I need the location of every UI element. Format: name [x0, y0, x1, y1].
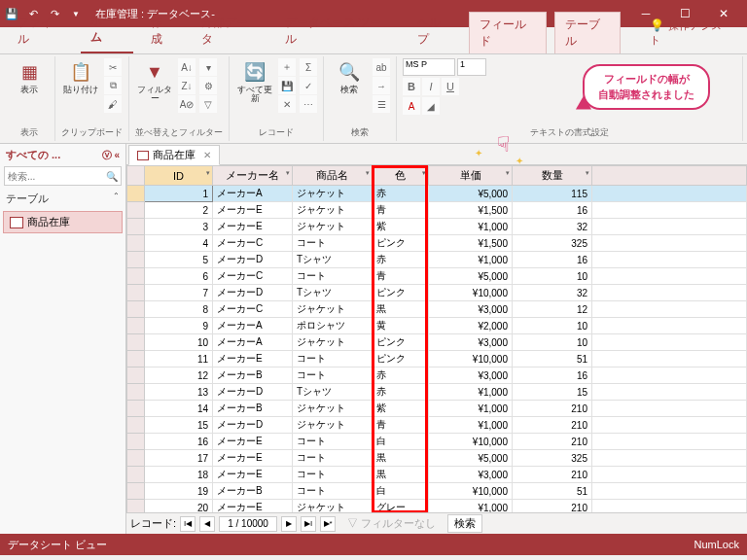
font-name-combo[interactable]: MS P — [403, 58, 455, 76]
font-color-icon[interactable]: A — [403, 97, 420, 115]
cell-maker[interactable]: メーカーA — [213, 186, 293, 202]
cell-product[interactable]: ジャケット — [293, 202, 373, 219]
table-row[interactable]: 3メーカーEジャケット紫¥1,00032 — [127, 219, 747, 235]
cell-id[interactable]: 9 — [145, 318, 213, 334]
cell-product[interactable]: ポロシャツ — [293, 318, 373, 334]
row-selector[interactable] — [127, 219, 145, 235]
col-price[interactable]: 単価▾ — [429, 166, 513, 186]
table-row[interactable]: 19メーカーBコート白¥10,00051 — [127, 483, 747, 500]
cell-id[interactable]: 2 — [145, 202, 213, 219]
cell-qty[interactable]: 210 — [513, 417, 592, 434]
datasheet-grid[interactable]: ID▾ メーカー名▾ 商品名▾ 色▾ 単価▾ 数量▾ 1メーカーAジャケット赤¥… — [126, 165, 747, 512]
cell-id[interactable]: 4 — [145, 235, 213, 252]
cell-price[interactable]: ¥3,000 — [429, 368, 513, 384]
cell-maker[interactable]: メーカーD — [213, 384, 293, 401]
cell-price[interactable]: ¥1,500 — [429, 202, 513, 219]
tab-help[interactable]: ヘルプ — [408, 9, 461, 53]
view-button[interactable]: ▦表示 — [10, 58, 49, 96]
nav-category[interactable]: テーブル⌃ — [2, 188, 124, 210]
row-selector[interactable] — [127, 368, 145, 384]
cell-maker[interactable]: メーカーC — [213, 268, 293, 285]
first-record-button[interactable]: I◀ — [180, 516, 196, 532]
paste-button[interactable]: 📋貼り付け — [61, 58, 100, 96]
cell-price[interactable]: ¥10,000 — [429, 434, 513, 450]
col-color[interactable]: 色▾ — [373, 166, 429, 186]
cell-product[interactable]: コート — [293, 368, 373, 384]
cell-id[interactable]: 11 — [145, 351, 213, 368]
table-row[interactable]: 2メーカーEジャケット青¥1,50016 — [127, 202, 747, 219]
cell-price[interactable]: ¥3,000 — [429, 301, 513, 318]
cell-price[interactable]: ¥10,000 — [429, 351, 513, 368]
new-record-icon[interactable]: ＋ — [278, 58, 296, 76]
cell-id[interactable]: 15 — [145, 417, 213, 434]
cell-color[interactable]: 赤 — [373, 252, 429, 268]
cell-maker[interactable]: メーカーD — [213, 285, 293, 301]
cell-id[interactable]: 5 — [145, 252, 213, 268]
cell-id[interactable]: 14 — [145, 401, 213, 417]
underline-button[interactable]: U — [442, 78, 459, 95]
sort-desc-icon[interactable]: Z↓ — [178, 77, 196, 94]
spelling-icon[interactable]: ✓ — [300, 77, 317, 94]
table-row[interactable]: 15メーカーDジャケット青¥1,000210 — [127, 417, 747, 434]
row-selector[interactable] — [127, 301, 145, 318]
toggle-filter-icon[interactable]: ▽ — [199, 95, 217, 113]
table-row[interactable]: 14メーカーBジャケット紫¥1,000210 — [127, 401, 747, 417]
filter-button[interactable]: ▼フィルター — [135, 58, 174, 105]
tab-dbtools[interactable]: データベース ツール — [275, 9, 400, 53]
cell-id[interactable]: 16 — [145, 434, 213, 450]
tab-home[interactable]: ホーム — [81, 7, 134, 53]
cell-qty[interactable]: 32 — [513, 219, 592, 235]
tellme[interactable]: 💡 操作アシスト — [640, 13, 739, 53]
cell-maker[interactable]: メーカーB — [213, 401, 293, 417]
cell-price[interactable]: ¥1,000 — [429, 252, 513, 268]
record-position[interactable] — [219, 516, 277, 532]
cell-qty[interactable]: 10 — [513, 318, 592, 334]
cell-qty[interactable]: 325 — [513, 450, 592, 467]
cell-color[interactable]: 黒 — [373, 450, 429, 467]
cell-maker[interactable]: メーカーD — [213, 417, 293, 434]
row-selector[interactable] — [127, 500, 145, 513]
cell-color[interactable]: 赤 — [373, 186, 429, 202]
goto-icon[interactable]: → — [373, 77, 390, 94]
cell-product[interactable]: コート — [293, 467, 373, 483]
cell-qty[interactable]: 15 — [513, 384, 592, 401]
col-id[interactable]: ID▾ — [145, 166, 213, 186]
cell-id[interactable]: 1 — [145, 186, 213, 202]
row-selector[interactable] — [127, 334, 145, 351]
bold-button[interactable]: B — [403, 78, 420, 95]
cell-qty[interactable]: 210 — [513, 434, 592, 450]
cell-product[interactable]: ジャケット — [293, 500, 373, 513]
selection-icon[interactable]: ▾ — [199, 58, 217, 76]
cell-product[interactable]: ジャケット — [293, 186, 373, 202]
cell-maker[interactable]: メーカーA — [213, 318, 293, 334]
totals-icon[interactable]: Σ — [300, 58, 317, 76]
cell-color[interactable]: 赤 — [373, 368, 429, 384]
cell-maker[interactable]: メーカーE — [213, 351, 293, 368]
sort-asc-icon[interactable]: A↓ — [178, 58, 196, 76]
nav-search-input[interactable] — [8, 171, 106, 182]
cell-product[interactable]: ジャケット — [293, 401, 373, 417]
cell-qty[interactable]: 51 — [513, 351, 592, 368]
table-row[interactable]: 8メーカーCジャケット黒¥3,00012 — [127, 301, 747, 318]
cell-maker[interactable]: メーカーE — [213, 450, 293, 467]
select-icon[interactable]: ☰ — [373, 95, 390, 113]
chevron-down-icon[interactable]: ▾ — [206, 169, 210, 177]
col-qty[interactable]: 数量▾ — [513, 166, 592, 186]
nav-collapse-icon[interactable]: ⓥ « — [102, 149, 120, 162]
row-selector[interactable] — [127, 450, 145, 467]
cell-product[interactable]: コート — [293, 351, 373, 368]
col-maker[interactable]: メーカー名▾ — [213, 166, 293, 186]
cell-maker[interactable]: メーカーE — [213, 219, 293, 235]
cell-product[interactable]: ジャケット — [293, 417, 373, 434]
cell-qty[interactable]: 210 — [513, 401, 592, 417]
table-row[interactable]: 11メーカーEコートピンク¥10,00051 — [127, 351, 747, 368]
cell-qty[interactable]: 10 — [513, 334, 592, 351]
cell-price[interactable]: ¥1,000 — [429, 417, 513, 434]
nav-title[interactable]: すべての ... — [6, 148, 60, 162]
cell-color[interactable]: 赤 — [373, 384, 429, 401]
cell-product[interactable]: ジャケット — [293, 334, 373, 351]
cell-price[interactable]: ¥1,000 — [429, 219, 513, 235]
doc-tab[interactable]: 商品在庫✕ — [128, 145, 220, 165]
cell-product[interactable]: ジャケット — [293, 219, 373, 235]
sort-clear-icon[interactable]: A⊘ — [178, 95, 196, 113]
